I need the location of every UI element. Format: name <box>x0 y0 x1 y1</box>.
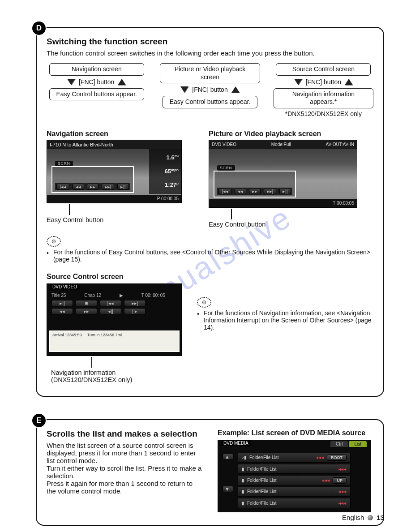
flow-column-1: Navigation screen [FNC] button Easy Cont… <box>47 63 146 117</box>
panel-turn: Turn in 123456.7mi <box>87 333 122 337</box>
seek-icon: ◂◂◂ <box>338 501 347 506</box>
folder-icon: ♪▮ <box>242 455 247 460</box>
nav-time: P 00:00:05 <box>47 195 181 203</box>
navigation-screenshot: I-710 N to Atlantic Blvd-North 1.6mi 65m… <box>47 140 182 203</box>
flow-bottom-box: Easy Control buttons appear. <box>163 96 257 108</box>
src-btn[interactable]: ◂◂ <box>51 308 73 314</box>
fnc-button-label: [FNC] button <box>79 78 114 86</box>
src-btn[interactable]: |◂◂ <box>100 300 121 306</box>
rew-button[interactable]: ◂◂ <box>235 188 246 194</box>
root-button[interactable]: ROOT <box>327 455 347 461</box>
source-control-screenshot: DVD VIDEO Title 25 Chap 12 ▶ T 00: 00: 0… <box>47 283 182 356</box>
overlay-tab: SCRN <box>55 161 73 166</box>
flow-button-row: [FNC] button <box>67 78 126 86</box>
tab-list[interactable]: List <box>349 441 367 447</box>
video-screenshot-title: Picture or Video playback screen <box>209 130 357 138</box>
nav-distance: 1.6mi <box>167 154 179 161</box>
source-screenshot-title: Source Control screen <box>47 273 182 281</box>
nav-direction-text: I-710 N to Atlantic Blvd-North <box>50 142 113 147</box>
list-label: Folder/File List <box>247 478 277 483</box>
list-item[interactable]: ▮ Folder/File List ◂◂◂ <box>238 487 351 497</box>
src-btn[interactable]: ◂|| <box>100 308 121 314</box>
playpause-button[interactable]: ▸|| <box>117 184 129 190</box>
flow-button-row: [FNC] button <box>180 86 239 93</box>
leader-line <box>231 209 232 219</box>
src-btn[interactable]: ■ <box>76 300 97 306</box>
flow-bottom-box: Navigation information appears.* <box>274 88 373 108</box>
next-button[interactable]: ▸▸| <box>102 184 115 190</box>
triangle-up-icon <box>118 79 126 85</box>
list-label: Folder/File List <box>247 501 277 506</box>
flow-column-3: Source Control screen [FNC] button Navig… <box>274 63 373 117</box>
prev-button[interactable]: |◂◂ <box>56 184 69 190</box>
fnc-button-label: [FNC] button <box>192 86 227 93</box>
src-title: Title 25 <box>51 293 66 298</box>
section-e: E Scrolls the list and makes a selection… <box>36 419 384 526</box>
playpause-button[interactable]: ▸|| <box>279 188 291 194</box>
scroll-down-button[interactable]: ▼ <box>223 486 233 492</box>
footer-language: English <box>342 514 364 521</box>
scroll-up-button[interactable]: ▲ <box>223 454 233 460</box>
list-item[interactable]: ▮ Folder/File List ◂◂◂ <box>238 498 351 508</box>
footer-page-number: 13 <box>377 514 384 521</box>
rew-button[interactable]: ◂◂ <box>73 184 84 190</box>
section-e-p1: When the list screen of a source control… <box>47 442 202 464</box>
easy-control-overlay: SCRN |◂◂ ◂◂ ▸▸ ▸▸| ▸|| <box>51 166 134 193</box>
flow-top-box: Source Control screen <box>276 63 371 76</box>
video-bar-mid: Mode:Full <box>271 142 291 147</box>
section-d: D Switching the function screen The func… <box>36 27 384 397</box>
bullet-icon: • <box>197 310 199 317</box>
nav-caption: Easy Control button <box>47 216 182 223</box>
leader-line <box>91 357 92 368</box>
video-time: T 00:00:05 <box>209 199 357 207</box>
media-pill: DVD MEDIA <box>221 440 251 446</box>
triangle-up-icon <box>231 86 240 93</box>
flow-button-row: [FNC] button <box>294 78 353 86</box>
fnc-button-label: [FNC] button <box>306 78 341 86</box>
leader-line <box>69 204 70 215</box>
triangle-down-icon <box>180 86 188 93</box>
ff-button[interactable]: ▸▸ <box>87 184 98 190</box>
tab-ctrl[interactable]: Ctrl <box>330 441 348 447</box>
src-play-icon: ▶ <box>120 293 123 298</box>
src-btn[interactable]: ▸▸ <box>76 308 97 314</box>
src-btn[interactable]: ▸|| <box>51 300 73 306</box>
seek-icon: ◂◂◂ <box>338 467 347 472</box>
src-btn[interactable]: ||▸ <box>124 308 146 314</box>
flow-top-box: Navigation screen <box>49 63 144 76</box>
panel-arrival: Arrival 12345:59 <box>52 333 82 337</box>
up-button[interactable]: UP <box>333 477 347 484</box>
next-button[interactable]: ▸▸| <box>264 188 277 194</box>
triangle-up-icon <box>345 79 353 85</box>
nav-info-panel: Arrival 12345:59 Turn in 123456.7mi <box>49 330 180 352</box>
list-item[interactable]: ♪▮ Folder/File List ◂◂◂ ROOT <box>238 453 351 463</box>
src-time: T 00: 00: 05 <box>141 293 165 298</box>
flow-diagram: Navigation screen [FNC] button Easy Cont… <box>47 63 373 117</box>
flow-footnote: *DNX5120/DNX512EX only <box>285 110 362 117</box>
list-label: Folder/File List <box>249 455 279 460</box>
nav-eta: 1:27p <box>165 181 179 188</box>
section-e-p3: Press it again for more than 1 second to… <box>47 480 202 495</box>
section-e-p2: Turn it either way to scroll the list. P… <box>47 464 202 480</box>
dvd-media-screenshot: DVD MEDIA Ctrl List ▲ ▼ ♪▮ Folder/File L… <box>218 440 371 512</box>
folder-icon: ▮ <box>242 467 244 472</box>
prev-button[interactable]: |◂◂ <box>218 188 231 194</box>
video-caption: Easy Control button <box>209 221 357 228</box>
folder-icon: ▮ <box>242 478 244 483</box>
source-caption: Navigation information (DNX5120/DNX512EX… <box>51 369 182 383</box>
list-item[interactable]: ▮ Folder/File List ◂◂◂ UP <box>238 475 351 485</box>
list-label: Folder/File List <box>247 489 277 494</box>
section-e-title: Scrolls the list and makes a selection <box>47 429 202 439</box>
page-footer: English 13 <box>342 514 384 521</box>
flow-column-2: Picture or Video playback screen [FNC] b… <box>160 63 260 117</box>
folder-icon: ▮ <box>242 489 244 494</box>
section-d-title: Switching the function screen <box>47 37 373 47</box>
seek-icon: ◂◂◂ <box>338 489 347 494</box>
flow-bottom-box: Easy Control buttons appear. <box>49 88 144 101</box>
note-1-text: For the functions of Easy Control button… <box>53 249 373 263</box>
list-item[interactable]: ▮ Folder/File List ◂◂◂ <box>238 464 351 474</box>
ff-button[interactable]: ▸▸ <box>249 188 261 194</box>
bullet-icon: • <box>47 249 49 257</box>
src-btn[interactable]: ▸▸| <box>124 300 146 306</box>
footer-dot-icon <box>368 515 373 520</box>
